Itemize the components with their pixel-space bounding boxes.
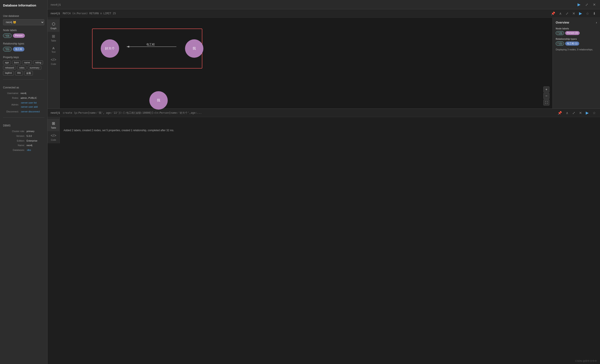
username-value: neo4j <box>20 91 44 95</box>
property-key-title[interactable]: title <box>15 71 23 75</box>
expand-button[interactable]: ⤢ <box>584 2 590 7</box>
rel-type-all-tag[interactable]: *(1) <box>3 47 12 51</box>
rel-type-gongcheng-tag[interactable]: 包工程 <box>13 47 24 51</box>
result-2-expand-btn[interactable]: ⤢ <box>571 110 576 116</box>
result-2-run-btn[interactable]: ▶ <box>584 110 590 116</box>
result-panel-2: neo4j$ create (p:Person{name:'我', age:'2… <box>47 109 600 143</box>
connected-as-table: Username: neo4j Roles: admin, PUBLIC Adm… <box>3 91 44 114</box>
run-button[interactable]: ▶ <box>576 2 582 7</box>
sidebar: Database Information Use database neo4j … <box>0 0 47 364</box>
tab-code-2[interactable]: </> Code <box>47 131 59 143</box>
server-user-list-link[interactable]: :server user list <box>20 101 37 104</box>
result-1-close-btn[interactable]: ✕ <box>571 11 576 16</box>
property-keys-list: age born name rating released roles summ… <box>3 61 44 75</box>
roles-value: admin, PUBLIC <box>20 96 44 100</box>
result-2-close-btn[interactable]: ✕ <box>578 110 583 116</box>
property-key-name[interactable]: name <box>22 61 32 65</box>
result-1-up-btn[interactable]: ∧ <box>558 11 563 16</box>
sidebar-divider-1 <box>3 79 44 80</box>
property-key-jine[interactable]: 金额 <box>24 71 33 75</box>
property-key-age[interactable]: age <box>3 61 11 65</box>
zoom-in-btn[interactable]: + <box>543 86 549 93</box>
overview-node-tags: * (3) Person (3) <box>556 31 597 35</box>
result-2-prompt: neo4j$ <box>51 111 60 114</box>
dbs-link[interactable]: :dbs <box>27 149 31 151</box>
result-2-actions: 📌 ∧ ⤢ ✕ ▶ ☆ <box>556 110 597 116</box>
overview-display-text: Displaying 3 nodes, 0 relationships. <box>556 48 597 51</box>
result-2-star-btn[interactable]: ☆ <box>591 110 597 116</box>
property-key-tagline[interactable]: tagline <box>3 71 14 75</box>
code2-tab-label: Code <box>51 139 56 141</box>
overview-node-person-tag[interactable]: Person (3) <box>565 31 580 35</box>
overview-node-all-tag[interactable]: * (3) <box>556 31 564 35</box>
overview-expand-icon[interactable]: › <box>596 21 597 24</box>
overview-panel: Overview › Node labels * (3) Person (3) … <box>553 18 600 109</box>
property-keys-title: Property keys <box>3 56 44 59</box>
result-1-download-btn[interactable]: ⬇ <box>591 11 597 16</box>
view-tabs-2: ⊞ Table </> Code <box>47 117 60 143</box>
result-2-pin-btn[interactable]: 📌 <box>556 110 563 116</box>
property-key-rating[interactable]: rating <box>33 61 43 65</box>
code-tab-icon: </> <box>51 57 56 62</box>
result-2-message-text: Added 2 labels, created 2 nodes, set 5 p… <box>64 129 174 132</box>
node-label-all-tag[interactable]: *(3) <box>3 34 12 38</box>
top-bar-prompt: neo4j$ <box>51 3 61 6</box>
tab-text-1[interactable]: A Text <box>47 44 59 55</box>
admin-links: :server user list :server user add <box>20 101 44 109</box>
node-labels-title: Node labels <box>3 29 44 32</box>
node-hao-da-ge[interactable]: 好大个 <box>101 39 119 58</box>
query-input[interactable] <box>63 3 574 6</box>
node-labels-list: *(3) Person <box>3 34 44 38</box>
relationship-types-title: Relationship types <box>3 42 44 45</box>
tab-code-1[interactable]: </> Code <box>47 55 59 67</box>
table2-tab-icon: ⊞ <box>52 121 55 126</box>
sidebar-title: Database Information <box>3 3 44 7</box>
tab-table-2[interactable]: ⊞ Table <box>47 119 59 131</box>
result-1-pin-btn[interactable]: 📌 <box>550 11 557 16</box>
overview-rel-all-tag[interactable]: * (1) <box>556 41 564 46</box>
result-2-body: ⊞ Table </> Code Added 2 labels, created… <box>47 117 600 143</box>
property-key-released[interactable]: released <box>3 66 16 70</box>
result-2-up-btn[interactable]: ∧ <box>564 110 570 116</box>
main-content: neo4j$ ▶ ⤢ ✕ neo4j$ MATCH (n:Person) RET… <box>47 0 600 364</box>
database-select[interactable]: neo4j 🐱 <box>3 19 44 25</box>
text-tab-icon: A <box>52 46 55 50</box>
relationship-label: 包工程 <box>146 43 155 46</box>
server-user-add-link[interactable]: :server user add <box>20 105 38 108</box>
tab-graph[interactable]: ⬡ Graph <box>47 19 59 32</box>
table-tab-icon: ⊞ <box>52 34 55 39</box>
result-2-message: Added 2 labels, created 2 nodes, set 5 p… <box>60 117 600 143</box>
version-label: Version: <box>3 134 26 138</box>
view-tabs-1: ⬡ Graph ⊞ Table A Text </> Code <box>47 18 60 109</box>
overview-rel-gongcheng-tag[interactable]: 包工程 (1) <box>565 41 580 46</box>
result-1-star-btn[interactable]: ☆ <box>585 11 590 16</box>
zoom-fit-btn[interactable]: ⛶ <box>543 99 549 105</box>
result-1-run-btn[interactable]: ▶ <box>578 11 583 16</box>
property-key-summary[interactable]: summary <box>28 66 41 70</box>
edition-label: Edition: <box>3 139 26 143</box>
result-1-expand-btn[interactable]: ⤢ <box>564 11 570 16</box>
text-tab-label: Text <box>51 51 55 53</box>
property-key-born[interactable]: born <box>12 61 21 65</box>
graph-canvas-area: 包工程 好大个 我 我 + − ⛶ <box>60 18 553 109</box>
result-2-query-text: create (p:Person{name:'我', age:'22'})-[:… <box>63 111 202 114</box>
close-button[interactable]: ✕ <box>591 2 597 7</box>
result-1-actions: 📌 ∧ ⤢ ✕ ▶ ☆ ⬇ <box>550 11 597 16</box>
server-disconnect-link[interactable]: :server disconnect <box>20 110 40 113</box>
overview-title: Overview › <box>556 21 597 24</box>
overview-rel-types-title: Relationship types <box>556 37 597 40</box>
relationship-types-list: *(1) 包工程 <box>3 47 44 51</box>
name-label: Name: <box>3 143 26 148</box>
node-wo-top[interactable]: 我 <box>185 39 203 58</box>
overview-rel-tags: * (1) 包工程 (1) <box>556 41 597 46</box>
result-1-body: ⬡ Graph ⊞ Table A Text </> Code <box>47 18 600 109</box>
connected-as-title: Connected as <box>3 86 44 89</box>
node-label-person-tag[interactable]: Person <box>13 34 25 38</box>
node-wo-bottom[interactable]: 我 <box>149 91 168 110</box>
property-key-roles[interactable]: roles <box>17 66 26 70</box>
name-value: neo4j <box>27 143 44 148</box>
admin-label: Admin: <box>3 101 20 109</box>
tab-table-1[interactable]: ⊞ Table <box>47 32 59 44</box>
result-1-header: neo4j$ MATCH (n:Person) RETURN n LIMIT 2… <box>47 9 600 18</box>
zoom-out-btn[interactable]: − <box>543 93 549 99</box>
